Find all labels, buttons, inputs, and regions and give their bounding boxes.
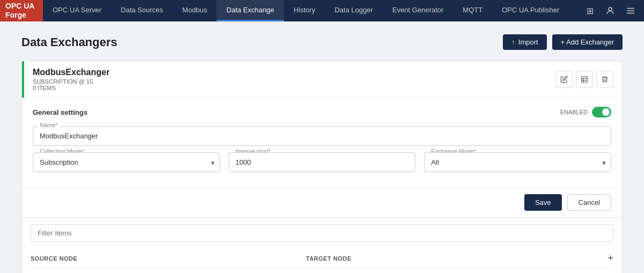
settings-section: General settings ENABLED Name* Collectin… [22, 98, 622, 187]
action-row: Save Cancel [22, 187, 622, 217]
nav-tabs: OPC UA Server Data Sources Modbus Data E… [43, 0, 576, 21]
logo-line1: OPC UA [5, 2, 34, 11]
tab-data-exchange[interactable]: Data Exchange [217, 0, 284, 21]
import-icon: ↑ [511, 38, 515, 46]
interval-input[interactable] [229, 152, 416, 172]
svg-point-0 [609, 8, 612, 11]
header-actions: ↑ Import + Add Exchanger [503, 34, 623, 50]
exchanger-name: ModbusExchanger [33, 68, 109, 77]
add-item-button[interactable]: + [581, 253, 613, 264]
filter-input[interactable] [31, 224, 613, 242]
add-exchanger-button[interactable]: + Add Exchanger [552, 34, 623, 50]
logo-line2: Forge [5, 11, 34, 20]
card-header-info: ModbusExchanger SUBSCRIPTION @ 15 0 ITEM… [33, 68, 109, 91]
layout-icon[interactable]: ⊞ [582, 3, 598, 19]
name-label: Name* [38, 122, 60, 128]
source-node-header: SOURCE NODE [31, 255, 306, 262]
main-content: Data Exchangers ↑ Import + Add Exchanger… [0, 21, 644, 273]
import-button[interactable]: ↑ Import [503, 34, 546, 50]
menu-icon[interactable] [623, 3, 639, 19]
target-node-header: TARGET NODE [306, 255, 581, 262]
exchanger-items-count: 0 ITEMS [33, 85, 109, 91]
delete-button[interactable] [596, 71, 613, 88]
edit-button[interactable] [555, 71, 573, 88]
exchanger-card: ModbusExchanger SUBSCRIPTION @ 15 0 ITEM… [21, 61, 623, 273]
tab-data-logger[interactable]: Data Logger [325, 0, 383, 21]
exchange-mode-select[interactable]: All [424, 152, 611, 172]
items-section: SOURCE NODE TARGET NODE + BoilerPressure… [22, 217, 622, 273]
interval-wrapper [229, 152, 416, 172]
collecting-mode-wrapper: Subscription [33, 152, 220, 172]
import-label: Import [518, 38, 538, 46]
interval-group: Interval (ms)* [229, 152, 416, 172]
page-header: Data Exchangers ↑ Import + Add Exchanger [21, 34, 623, 50]
mode-row: Collecting Mode* Subscription Interval (… [33, 152, 611, 172]
enabled-toggle[interactable]: ENABLED [560, 107, 611, 117]
name-input[interactable] [33, 126, 611, 146]
table-view-button[interactable] [576, 71, 593, 88]
settings-title: General settings [33, 108, 87, 116]
card-header: ModbusExchanger SUBSCRIPTION @ 15 0 ITEM… [22, 61, 622, 98]
tab-event-generator[interactable]: Event Generator [383, 0, 453, 21]
exchange-mode-group: Exchange Mode* All [424, 152, 611, 172]
enabled-label: ENABLED [560, 109, 588, 115]
table-header: SOURCE NODE TARGET NODE + [31, 249, 613, 268]
save-button[interactable]: Save [524, 194, 562, 211]
card-header-actions [555, 71, 613, 88]
name-field-group: Name* [33, 126, 611, 146]
name-row: Name* [33, 126, 611, 146]
cancel-button[interactable]: Cancel [567, 194, 611, 211]
tab-data-sources[interactable]: Data Sources [111, 0, 173, 21]
tab-opc-ua-server[interactable]: OPC UA Server [43, 0, 111, 21]
toggle-switch[interactable] [592, 107, 611, 117]
tab-history[interactable]: History [284, 0, 325, 21]
logo: OPC UA Forge [0, 0, 43, 21]
page-title: Data Exchangers [21, 35, 118, 49]
collecting-mode-group: Collecting Mode* Subscription [33, 152, 220, 172]
top-navigation: OPC UA Forge OPC UA Server Data Sources … [0, 0, 644, 21]
tab-modbus[interactable]: Modbus [173, 0, 217, 21]
tab-mqtt[interactable]: MQTT [453, 0, 492, 21]
tab-opc-ua-publisher[interactable]: OPC UA Publisher [492, 0, 569, 21]
nav-icon-area: ⊞ [576, 0, 644, 21]
add-exchanger-label: + Add Exchanger [561, 38, 614, 46]
user-icon[interactable] [602, 3, 618, 19]
collecting-mode-select[interactable]: Subscription [33, 152, 220, 172]
svg-rect-4 [582, 77, 588, 83]
exchange-mode-wrapper: All [424, 152, 611, 172]
exchanger-subscription: SUBSCRIPTION @ 15 [33, 78, 109, 85]
settings-header: General settings ENABLED [33, 107, 611, 117]
